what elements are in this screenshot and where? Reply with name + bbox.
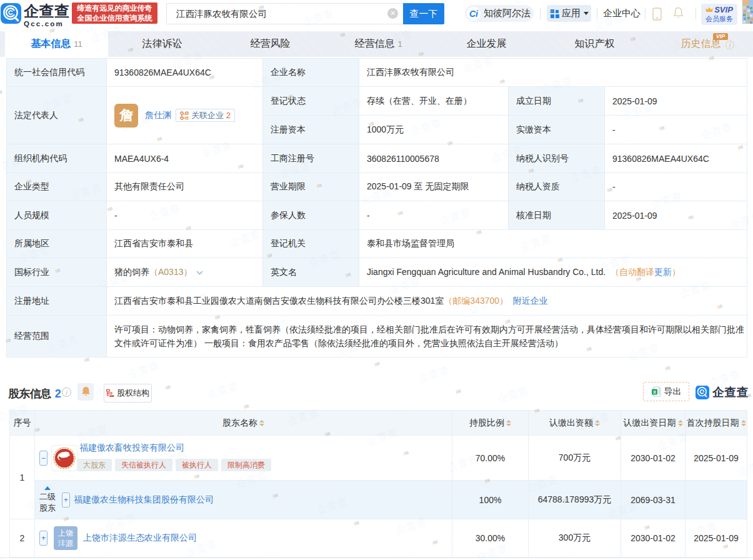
svg-text:X: X <box>652 389 656 395</box>
svg-text:企: 企 <box>186 117 189 120</box>
